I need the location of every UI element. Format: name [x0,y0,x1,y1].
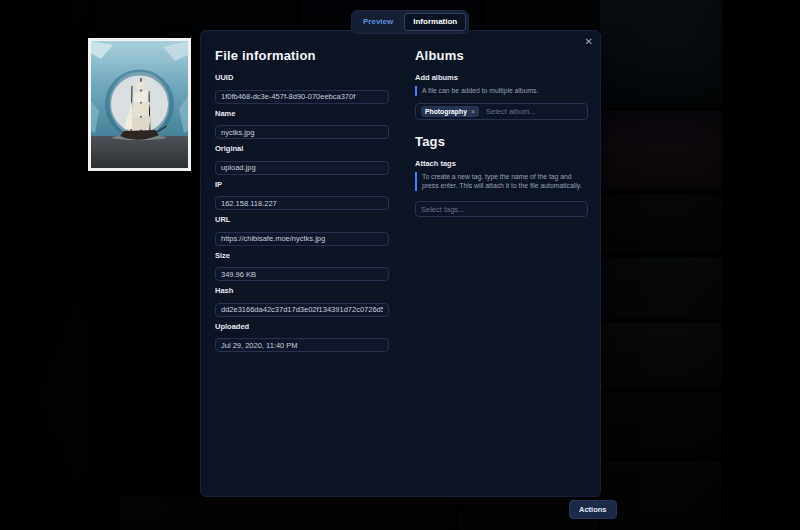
field-original: Original [215,144,389,175]
file-info-title: File information [215,48,389,63]
view-tabs: Preview Information [351,10,469,34]
album-chip-photography[interactable]: Photography × [421,106,479,117]
field-ip: IP [215,180,389,211]
field-label: UUID [215,73,389,82]
actions-button[interactable]: Actions [569,500,617,519]
file-thumbnail [88,38,191,171]
field-label: Hash [215,286,389,295]
field-hash: Hash [215,286,389,317]
ship-iceberg-image [91,41,188,168]
field-uuid: UUID [215,73,389,104]
field-uploaded: Uploaded [215,322,389,353]
album-select[interactable]: Photography × Select album... [415,103,588,120]
remove-album-icon[interactable]: × [471,108,475,115]
tags-input[interactable] [415,201,588,217]
field-label: Name [215,109,389,118]
field-label: Size [215,251,389,260]
file-information-modal: File information UUID Name Original IP U… [200,30,601,497]
name-input[interactable] [215,125,389,139]
tags-title: Tags [415,134,588,149]
field-label: Uploaded [215,322,389,331]
close-icon[interactable]: ✕ [585,37,593,47]
field-size: Size [215,251,389,282]
albums-note: A file can be added to multiple albums. [415,86,587,96]
field-url: URL [215,215,389,246]
tab-preview[interactable]: Preview [354,13,402,31]
tags-note: To create a new tag, type the name of th… [415,172,587,191]
field-label: URL [215,215,389,224]
original-input[interactable] [215,161,389,175]
uploaded-input[interactable] [215,338,389,352]
album-chip-label: Photography [425,108,467,115]
field-label: Original [215,144,389,153]
albums-tags-panel: ✕ Albums Add albums A file can be added … [401,31,600,496]
attach-tags-label: Attach tags [415,159,588,168]
ip-input[interactable] [215,196,389,210]
field-name: Name [215,109,389,140]
size-input[interactable] [215,267,389,281]
album-select-placeholder: Select album... [486,107,536,116]
uuid-input[interactable] [215,90,389,104]
field-label: IP [215,180,389,189]
hash-input[interactable] [215,303,389,317]
add-albums-label: Add albums [415,73,588,82]
url-input[interactable] [215,232,389,246]
tab-information[interactable]: Information [404,13,466,31]
albums-title: Albums [415,48,588,63]
file-info-panel: File information UUID Name Original IP U… [201,31,401,496]
